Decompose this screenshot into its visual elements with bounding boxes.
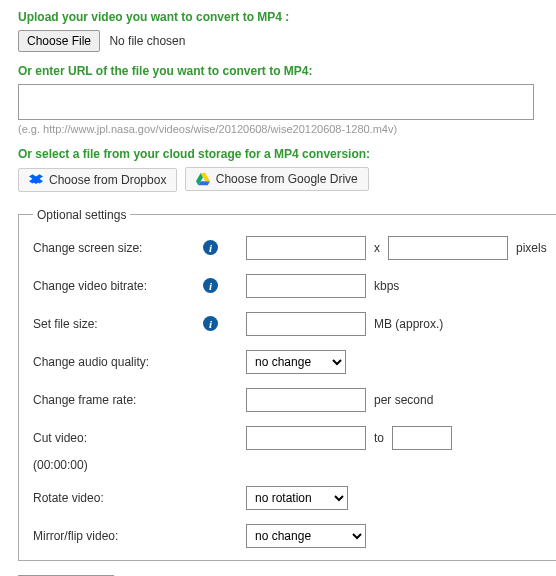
url-input[interactable] bbox=[18, 84, 534, 120]
mirror-label: Mirror/flip video: bbox=[33, 529, 203, 543]
screen-size-unit: pixels bbox=[516, 241, 547, 255]
url-example: (e.g. http://www.jpl.nasa.gov/videos/wis… bbox=[18, 123, 538, 135]
filesize-unit: MB (approx.) bbox=[374, 317, 443, 331]
dropbox-icon bbox=[29, 174, 43, 186]
info-icon[interactable]: i bbox=[203, 278, 218, 293]
gdrive-icon bbox=[196, 173, 210, 186]
framerate-label: Change frame rate: bbox=[33, 393, 203, 407]
info-icon[interactable]: i bbox=[203, 240, 218, 255]
filesize-label: Set file size: bbox=[33, 317, 203, 331]
url-heading: Or enter URL of the file you want to con… bbox=[18, 64, 538, 78]
time-format-note: (00:00:00) bbox=[33, 458, 547, 472]
cut-end-input[interactable] bbox=[392, 426, 452, 450]
framerate-input[interactable] bbox=[246, 388, 366, 412]
cloud-heading: Or select a file from your cloud storage… bbox=[18, 147, 538, 161]
screen-size-label: Change screen size: bbox=[33, 241, 203, 255]
filesize-input[interactable] bbox=[246, 312, 366, 336]
bitrate-label: Change video bitrate: bbox=[33, 279, 203, 293]
info-icon[interactable]: i bbox=[203, 316, 218, 331]
audio-quality-select[interactable]: no change bbox=[246, 350, 346, 374]
audio-quality-label: Change audio quality: bbox=[33, 355, 203, 369]
dropbox-button[interactable]: Choose from Dropbox bbox=[18, 168, 177, 192]
optional-settings-legend: Optional settings bbox=[33, 208, 130, 222]
mirror-select[interactable]: no change bbox=[246, 524, 366, 548]
optional-settings-fieldset: Optional settings Change screen size: i … bbox=[18, 208, 556, 561]
bitrate-unit: kbps bbox=[374, 279, 399, 293]
dropbox-label: Choose from Dropbox bbox=[49, 173, 166, 187]
cut-video-label: Cut video: bbox=[33, 431, 203, 445]
rotate-select[interactable]: no rotation bbox=[246, 486, 348, 510]
rotate-label: Rotate video: bbox=[33, 491, 203, 505]
bitrate-input[interactable] bbox=[246, 274, 366, 298]
choose-file-button[interactable]: Choose File bbox=[18, 30, 100, 52]
dimension-separator: x bbox=[374, 241, 380, 255]
framerate-unit: per second bbox=[374, 393, 433, 407]
screen-width-input[interactable] bbox=[246, 236, 366, 260]
screen-height-input[interactable] bbox=[388, 236, 508, 260]
gdrive-label: Choose from Google Drive bbox=[216, 172, 358, 186]
gdrive-button[interactable]: Choose from Google Drive bbox=[185, 167, 369, 191]
upload-heading: Upload your video you want to convert to… bbox=[18, 10, 538, 24]
cut-separator: to bbox=[374, 431, 384, 445]
file-status: No file chosen bbox=[109, 34, 185, 48]
cut-start-input[interactable] bbox=[246, 426, 366, 450]
